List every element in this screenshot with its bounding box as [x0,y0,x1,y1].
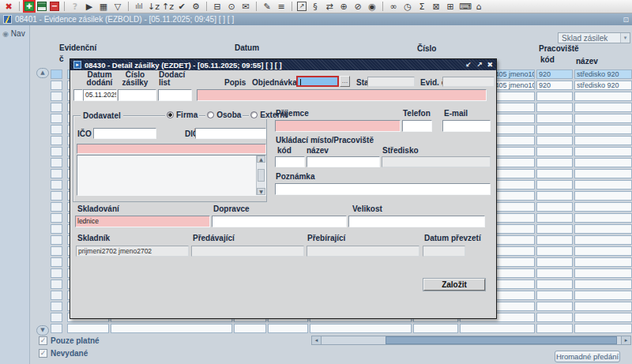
table-cell[interactable] [574,125,632,134]
table-cell[interactable]: 920 [536,81,573,90]
table-cell[interactable] [536,302,573,311]
row-selector[interactable] [51,280,62,289]
scroll-left-icon[interactable]: ◂ [312,336,322,344]
table-cell[interactable]: 920 [536,69,573,79]
sum-icon[interactable]: Σ [416,2,427,12]
poznamka-field[interactable] [275,183,491,195]
table-cell[interactable] [536,191,573,201]
ico-field[interactable] [93,128,156,139]
table-cell[interactable] [536,136,573,145]
table-cell[interactable] [536,291,573,300]
table-cell[interactable] [574,280,632,289]
table-cell[interactable] [536,92,573,101]
table-cell[interactable] [536,257,573,267]
radio-osoba[interactable]: Osoba [205,111,243,119]
objednavka-field[interactable] [296,76,339,87]
textarea-scroll-thumb[interactable] [258,169,265,182]
calendar-icon[interactable]: ▦ [98,2,109,12]
table-cell[interactable] [536,147,573,156]
row-selector[interactable] [51,324,62,333]
table-cell[interactable] [536,224,573,234]
objednavka-browse-button[interactable]: … [340,76,350,87]
table-cell[interactable] [574,257,632,267]
radio-externi-dot[interactable] [250,111,258,118]
table-cell[interactable] [574,235,632,245]
table-cell[interactable] [574,136,632,145]
row-selector[interactable] [51,268,62,278]
table-cell[interactable] [574,202,632,212]
table-cell[interactable] [574,246,632,256]
scroll-up-icon[interactable]: ▲ [257,156,265,163]
table-cell[interactable] [536,158,573,167]
table-cell[interactable] [268,324,308,333]
sort-asc-icon[interactable]: ↑z [162,2,173,12]
row-selector[interactable] [51,158,62,167]
dialog-close-icon[interactable]: ✖ [487,61,493,69]
table-cell[interactable] [574,147,632,156]
table-cell[interactable] [536,114,573,123]
table-cell[interactable] [574,92,632,101]
help-icon[interactable]: ? [70,2,81,12]
row-selector[interactable] [51,69,62,79]
table-cell[interactable] [574,324,632,333]
compare-icon[interactable]: ⇄ [324,2,335,12]
supplier-name-field[interactable] [77,144,266,154]
sidebar-item-nav[interactable]: ◉ Nav [0,25,29,42]
cislo-zasilky-field[interactable] [118,89,156,101]
table-cell[interactable]: středisko 920 [574,81,632,90]
dodaci-list-field[interactable] [158,89,192,101]
window-restore-icon[interactable]: ⊡ [623,16,629,24]
table-cell[interactable] [574,291,632,300]
table-cell[interactable] [574,191,632,201]
table-cell[interactable] [536,202,573,212]
add-icon[interactable]: ✚ [24,2,34,11]
table-cell[interactable] [574,268,632,278]
table-cell[interactable] [536,103,573,112]
table-cell[interactable] [310,324,412,333]
table-cell[interactable] [536,324,573,333]
compass-icon[interactable]: ⊘ [352,2,363,12]
table-cell[interactable] [574,224,632,234]
table-cell[interactable] [574,302,632,311]
popis-field[interactable] [197,89,487,101]
only-valid-checkbox[interactable]: ✓ [39,336,47,345]
table-cell[interactable]: středisko 920 [574,69,632,79]
glasses-icon[interactable]: ∞ [388,2,399,12]
print-icon[interactable]: ⊟ [212,2,223,12]
scroll-right-icon[interactable]: ▸ [621,336,630,344]
table-cell[interactable] [536,280,573,289]
package-icon[interactable]: ⌂ [473,2,484,12]
table-cell[interactable] [574,114,632,123]
row-selector[interactable] [51,313,62,322]
table-cell[interactable] [574,213,632,223]
table-cell[interactable] [536,246,573,256]
table-cell[interactable] [536,169,573,178]
nazev-field[interactable] [307,156,380,167]
eye-icon[interactable]: ◉ [367,2,378,12]
run-icon[interactable]: ▶ [84,2,95,12]
textarea-scrollbar[interactable]: ▲ ▼ [256,156,265,195]
sort-desc-icon[interactable]: ↓z [148,2,159,12]
velikost-field[interactable] [348,216,485,227]
not-issued-checkbox[interactable]: ✓ [39,349,47,358]
save-icon[interactable] [37,2,47,11]
table-cell[interactable] [536,313,573,322]
table-cell[interactable] [574,103,632,112]
row-selector[interactable] [51,136,62,145]
row-selector[interactable] [51,202,62,212]
datum-dodani-field[interactable]: 05.11.2025 [83,89,117,101]
scroll-up-button[interactable]: ▲ [36,68,49,78]
table-cell[interactable] [460,324,535,333]
dialog-maximize-icon[interactable]: ↗ [476,61,483,69]
horizontal-scrollbar[interactable]: ◂ ▸ [311,336,631,345]
scroll-down-icon[interactable]: ▼ [257,188,265,195]
table-row[interactable] [67,324,632,333]
row-selector[interactable] [51,147,62,156]
dialog-titlebar[interactable]: ▸ 08430 - Detail zásilky (EZDET) - [05.1… [70,59,496,70]
kod-field[interactable] [275,156,305,167]
filter-icon[interactable]: ▽ [112,2,123,12]
table-cell[interactable] [234,324,266,333]
warehouse-combobox[interactable]: Sklad zásilek ▾ [558,32,630,43]
supplier-address-textarea[interactable]: ▲ ▼ [77,155,266,196]
telefon-field[interactable] [402,120,432,132]
